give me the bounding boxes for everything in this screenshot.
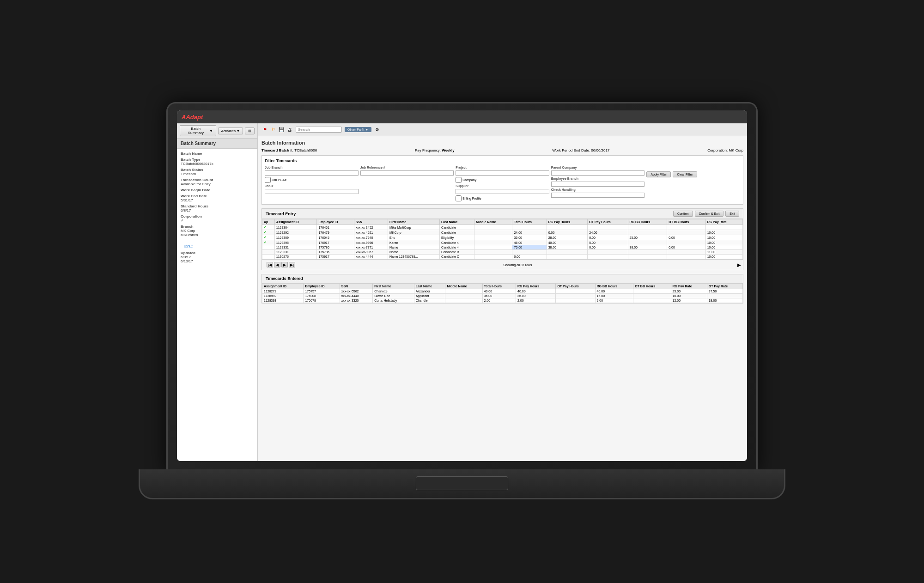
- last-name-cell: Candidate B: [440, 250, 474, 255]
- filter-col-project: Project Company Supplier: [456, 166, 549, 201]
- next-page-button[interactable]: ▶: [281, 262, 288, 267]
- rg-bb-hours-cell: 38.00: [628, 245, 667, 250]
- batch-info-bar: Timecard Batch #: TCBatch0606 Pay Freque…: [261, 148, 743, 152]
- filter-col-reference: Job Reference #: [360, 166, 454, 176]
- middle-name-cell: [474, 235, 512, 240]
- rg-pay-hours-cell: 28.00: [547, 235, 588, 240]
- job-num-input[interactable]: [265, 189, 359, 194]
- filter-title: Filter Timecards: [265, 158, 740, 163]
- table-row[interactable]: ✓ 1129292 176479 xxx-xx-4621 MKCorp Cand…: [262, 230, 743, 235]
- laptop-body: AAdapt Batch Summary ▼: [166, 102, 758, 472]
- user-profile-button[interactable]: Oliver Parfit ▼: [345, 127, 371, 132]
- col-rg-bb-hours: RG BB Hours: [628, 219, 667, 225]
- confirm-buttons: Confirm Confirm & Exit Exit: [673, 211, 739, 217]
- col-total-hours: Total Hours: [482, 284, 516, 289]
- activities-button[interactable]: Activities ▼: [218, 128, 243, 134]
- company-checkbox-row: Company: [456, 177, 549, 183]
- sidebar: Batch Summary ▼ Activities ▼ ⊞ B: [177, 123, 258, 461]
- col-rg-pay-rate: RG Pay Rate: [671, 284, 707, 289]
- project-input[interactable]: [456, 170, 549, 176]
- rg-pay-rate-cell: 10.00: [705, 255, 742, 259]
- col-ot-pay-hours: OT Pay Hours: [588, 219, 628, 225]
- employee-id-cell: 175786: [317, 245, 354, 250]
- billing-profile-checkbox-row: Billing Profile: [456, 195, 549, 201]
- updated-row: Updated 6/8/17 6/13/17: [177, 250, 257, 264]
- col-ot-pay-hours: OT Pay Hours: [556, 284, 595, 289]
- table-row[interactable]: 1129331 175786 xxx-xx-9967 Name Candidat…: [262, 250, 743, 255]
- middle-name-cell: [474, 225, 512, 230]
- ssn-cell: xxx-xx-9967: [354, 250, 388, 255]
- print-icon[interactable]: 🖨: [286, 127, 293, 133]
- prev-page-button[interactable]: ◀: [274, 262, 280, 267]
- rg-pay-hours-cell: [547, 225, 588, 230]
- content-area: Batch Information Timecard Batch #: TCBa…: [258, 136, 747, 461]
- parent-company-input[interactable]: [551, 170, 645, 176]
- main-toolbar: ⚑ ⚐ 💾 🖨 Oliver Parfit ▼: [258, 123, 747, 136]
- ap-cell: [262, 250, 275, 255]
- sidebar-divider: [177, 240, 257, 240]
- rg-pay-rate-cell: 11.00: [705, 250, 742, 255]
- total-hours-cell[interactable]: 76.60: [512, 245, 547, 250]
- grid-view-button[interactable]: ⊞: [245, 128, 255, 134]
- corporation-row: Corporation ✓: [177, 213, 257, 224]
- rg-pay-hours-cell: 40.00: [547, 240, 588, 245]
- clear-filter-button[interactable]: Clear Filter: [673, 171, 697, 177]
- apply-filter-button[interactable]: Apply Filter: [646, 171, 671, 177]
- batch-summary-button[interactable]: Batch Summary ▼: [180, 125, 216, 136]
- filter-grid: Job Branch Job POA# Job #: [265, 166, 740, 201]
- last-name-cell: Candidate 4: [440, 245, 474, 250]
- col-middle-name: Middle Name: [474, 219, 512, 225]
- job-poa-checkbox[interactable]: [265, 177, 271, 183]
- batch-info-title: Batch Information: [261, 140, 743, 146]
- confirm-button[interactable]: Confirm: [673, 211, 693, 217]
- confirm-exit-button[interactable]: Confirm & Exit: [695, 211, 724, 217]
- timecard-entry-section: Timecard Entry Confirm Confirm & Exit Ex…: [261, 208, 743, 270]
- employee-branch-input[interactable]: [551, 182, 645, 187]
- timecard-entry-table-container: Ap Assignment ID Employee ID SSN First N…: [262, 219, 743, 259]
- employee-id-cell: 176461: [317, 225, 354, 230]
- app-container: AAdapt Batch Summary ▼: [177, 110, 747, 461]
- middle-name-cell: [474, 250, 512, 255]
- corporation-info: Corporation: MK Corp: [707, 148, 743, 152]
- last-page-button[interactable]: ▶|: [289, 262, 295, 267]
- scroll-right-icon[interactable]: ▶: [737, 262, 741, 267]
- billing-profile-checkbox[interactable]: [456, 195, 462, 201]
- table-row[interactable]: 1130276 175917 xxx-xx-4444 Name 12345678…: [262, 255, 743, 259]
- job-reference-input[interactable]: [360, 170, 454, 176]
- employee-id-cell: 175917: [317, 255, 354, 259]
- first-page-button[interactable]: |◀: [267, 262, 273, 267]
- trackpad[interactable]: [416, 476, 508, 490]
- col-rg-bb-hours: RG BB Hours: [595, 284, 633, 289]
- table-row[interactable]: ✓ 1129309 176045 xxx-xx-7640 Eric Eligib…: [262, 235, 743, 240]
- sidebar-toolbar: Batch Summary ▼ Activities ▼ ⊞: [177, 123, 257, 139]
- last-name-cell: Eligibility: [440, 235, 474, 240]
- table-row[interactable]: 1128992 176908 xxx-xx-4440 Stevie Rae Ap…: [262, 294, 743, 298]
- last-name-cell: Candidate: [440, 225, 474, 230]
- sidebar-section: Batch Name Batch Type TCBatch00062017x B…: [177, 149, 257, 266]
- middle-name-cell: [474, 245, 512, 250]
- exit-button[interactable]: Exit: [725, 211, 739, 217]
- table-row[interactable]: ✓ 1129395 176917 xxx-xx-9996 Karen Candi…: [262, 240, 743, 245]
- save-icon[interactable]: 💾: [278, 127, 285, 133]
- company-checkbox[interactable]: [456, 177, 462, 183]
- ot-pay-hours-cell: 24.00: [588, 230, 628, 235]
- job-branch-input[interactable]: [265, 170, 359, 176]
- timecards-entered-header: Timecards Entered: [262, 274, 743, 283]
- table-row[interactable]: 1128272 175757 xxx-xx-5562 Charlotte Ale…: [262, 289, 743, 294]
- check-handling-input[interactable]: [551, 193, 645, 198]
- middle-name-cell: [474, 240, 512, 245]
- col-ot-pay-rate: OT Pay Rate: [707, 284, 742, 289]
- supplier-input[interactable]: [456, 189, 549, 194]
- ssn-cell: xxx-xx-7640: [354, 235, 388, 240]
- settings-icon[interactable]: ⚙: [374, 127, 381, 133]
- search-input[interactable]: [296, 127, 342, 133]
- filter-col-parent: Parent Company Employee Branch Check Han…: [551, 166, 645, 198]
- ssn-cell: xxx-xx-4621: [354, 230, 388, 235]
- showing-rows-label: Showing all 87 rows: [503, 263, 532, 267]
- ot-pay-hours-cell: 5.00: [588, 240, 628, 245]
- table-row[interactable]: 1128393 175678 xxx-xx-3320 Curtis Hellst…: [262, 298, 743, 303]
- employee-id-cell: 176045: [317, 235, 354, 240]
- table-row[interactable]: ✓ 1129304 176461 xxx-xx-3452 Mike MultiC…: [262, 225, 743, 230]
- main-content: ⚑ ⚐ 💾 🖨 Oliver Parfit ▼: [258, 123, 747, 461]
- table-row[interactable]: 1129331 175786 xxx-xx-7771 Name Candidat…: [262, 245, 743, 250]
